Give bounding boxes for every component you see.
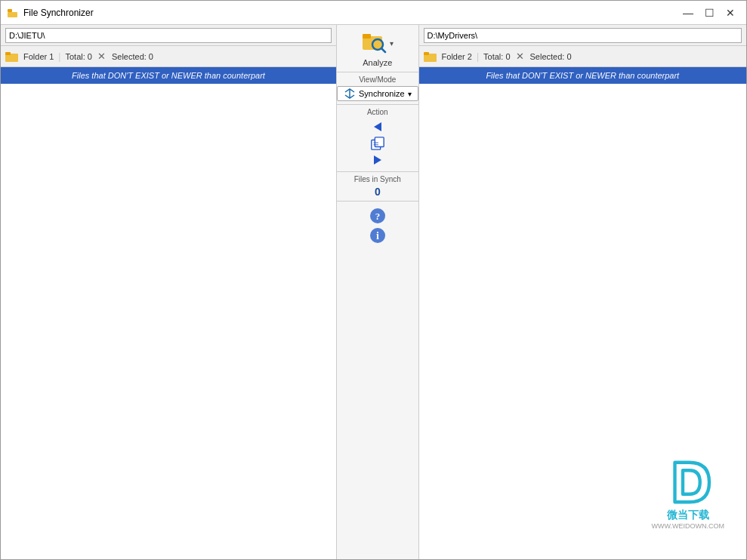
app-icon <box>7 7 19 19</box>
svg-rect-1 <box>8 12 17 17</box>
svg-rect-20 <box>424 52 429 55</box>
left-clear-button[interactable]: ✕ <box>97 51 107 62</box>
left-total-label: Total: 0 <box>65 52 91 61</box>
watermark-text: 微当下载 <box>667 509 709 522</box>
left-folder-icon <box>5 51 19 63</box>
right-total-label: Total: 0 <box>483 52 510 61</box>
synchronize-button[interactable]: Synchronize ▾ <box>337 86 418 101</box>
close-button[interactable]: ✕ <box>721 3 740 23</box>
analyze-label: Analyze <box>363 58 392 67</box>
svg-rect-0 <box>8 9 12 12</box>
files-in-synch-label: Files in Synch <box>354 175 401 183</box>
window-controls: — ☐ ✕ <box>678 3 740 23</box>
minimize-button[interactable]: — <box>678 3 698 23</box>
action-right-arrow[interactable] <box>370 152 385 168</box>
help-info-section: ? i <box>369 202 386 250</box>
action-label: Action <box>367 108 388 116</box>
left-panel: Folder 1 | Total: 0 ✕ Selected: 0 Files … <box>1 25 337 559</box>
window-title: File Synchronizer <box>23 8 678 18</box>
analyze-button[interactable] <box>361 29 388 57</box>
right-folder-icon <box>424 51 437 63</box>
right-folder-label: Folder 2 <box>442 52 472 61</box>
analyze-section: ▾ Analyze <box>337 25 418 72</box>
right-path-input[interactable] <box>424 28 742 43</box>
watermark: 微当下载 WWW.WEIDOWN.COM <box>652 456 724 530</box>
left-selected-label: Selected: 0 <box>112 52 153 61</box>
action-copy-button[interactable] <box>370 136 385 151</box>
svg-text:i: i <box>376 230 379 242</box>
analyze-dropdown-arrow[interactable]: ▾ <box>390 39 394 48</box>
left-path-bar <box>1 25 336 46</box>
synchronize-dropdown-arrow[interactable]: ▾ <box>408 90 412 98</box>
right-header-bar: Folder 2 | Total: 0 ✕ Selected: 0 <box>419 46 746 67</box>
svg-rect-3 <box>5 52 11 55</box>
center-panel: ▾ Analyze View/Mode Synchronize ▾ <box>337 25 419 559</box>
svg-rect-11 <box>375 137 384 147</box>
left-header-bar: Folder 1 | Total: 0 ✕ Selected: 0 <box>1 46 336 67</box>
svg-marker-14 <box>374 155 381 165</box>
action-left-arrow[interactable] <box>370 119 385 134</box>
watermark-url: WWW.WEIDOWN.COM <box>652 522 724 530</box>
right-clear-button[interactable]: ✕ <box>515 51 526 62</box>
svg-line-7 <box>381 48 385 52</box>
right-status-text: Files that DON'T EXIST or NEWER than cou… <box>486 71 679 80</box>
synchronize-label: Synchronize <box>359 89 405 98</box>
right-selected-label: Selected: 0 <box>530 52 572 61</box>
left-path-input[interactable] <box>5 28 332 43</box>
info-button[interactable]: i <box>369 227 386 244</box>
maximize-button[interactable]: ☐ <box>699 3 719 23</box>
files-in-synch-count: 0 <box>375 186 381 198</box>
files-in-synch-section: Files in Synch 0 <box>337 172 418 202</box>
svg-rect-5 <box>363 34 371 38</box>
right-status-bar: Files that DON'T EXIST or NEWER than cou… <box>419 67 746 84</box>
left-file-list[interactable] <box>1 84 336 559</box>
main-window: File Synchronizer — ☐ ✕ Folder 1 | Total… <box>0 0 747 560</box>
right-path-bar <box>419 25 746 46</box>
left-folder-label: Folder 1 <box>23 52 54 61</box>
title-bar: File Synchronizer — ☐ ✕ <box>1 1 746 25</box>
help-button[interactable]: ? <box>369 208 386 224</box>
svg-marker-9 <box>374 122 381 131</box>
action-section: Action <box>337 105 418 172</box>
view-mode-label: View/Mode <box>359 75 396 84</box>
left-status-text: Files that DON'T EXIST or NEWER than cou… <box>72 71 265 80</box>
view-mode-section: View/Mode Synchronize ▾ <box>337 72 418 105</box>
left-status-bar: Files that DON'T EXIST or NEWER than cou… <box>1 67 336 84</box>
watermark-logo <box>662 456 715 509</box>
svg-text:?: ? <box>375 211 381 222</box>
main-content: Folder 1 | Total: 0 ✕ Selected: 0 Files … <box>1 25 746 559</box>
